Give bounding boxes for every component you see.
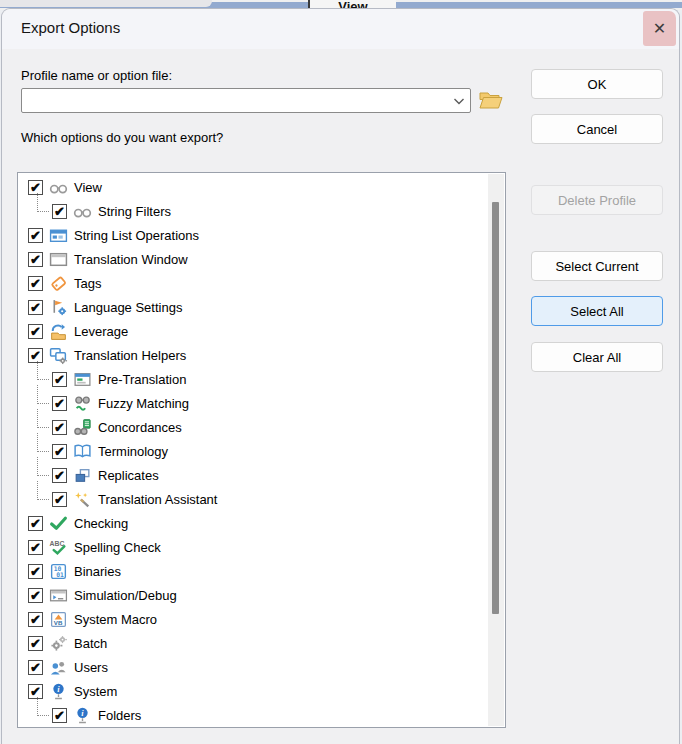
tree-item-label: String Filters	[98, 204, 171, 219]
browse-folder-button[interactable]	[477, 89, 504, 113]
tree-item[interactable]: ✔View	[18, 175, 488, 199]
concordances-icon	[72, 417, 92, 437]
tree-item-label: Checking	[74, 516, 128, 531]
window-icon	[48, 249, 68, 269]
checkbox[interactable]: ✔	[28, 636, 43, 651]
checkbox[interactable]: ✔	[28, 276, 43, 291]
tree-item[interactable]: ✔String Filters	[18, 199, 488, 223]
tree-item[interactable]: ✔Users	[18, 655, 488, 679]
chevron-down-icon[interactable]	[448, 89, 470, 112]
select-current-button[interactable]: Select Current	[531, 251, 663, 281]
scrollbar[interactable]	[488, 174, 504, 726]
open-folder-icon	[478, 99, 504, 114]
select-all-button[interactable]: Select All	[531, 296, 663, 326]
tree-item[interactable]: ✔Language Settings	[18, 295, 488, 319]
tree-item[interactable]: ✔Translation Helpers	[18, 343, 488, 367]
tree-item[interactable]: ✔Batch	[18, 631, 488, 655]
tree-item-label: Translation Assistant	[98, 492, 217, 507]
leverage-icon	[48, 321, 68, 341]
tree-item[interactable]: ✔iFolders	[18, 703, 488, 727]
profile-combobox[interactable]	[21, 88, 471, 113]
profile-combobox-input[interactable]	[22, 89, 448, 112]
users-icon	[48, 657, 68, 677]
string-list-icon	[48, 225, 68, 245]
cancel-button[interactable]: Cancel	[531, 114, 663, 144]
checkbox[interactable]: ✔	[28, 564, 43, 579]
tree-item-label: Tags	[74, 276, 101, 291]
clear-all-button[interactable]: Clear All	[531, 342, 663, 372]
checkbox[interactable]: ✔	[28, 612, 43, 627]
simulation-icon	[48, 585, 68, 605]
tree-item-label: Users	[74, 660, 108, 675]
tree-rows: ✔View✔String Filters✔String List Operati…	[18, 175, 488, 727]
checkbox[interactable]: ✔	[28, 540, 43, 555]
tree-item[interactable]: ✔Terminology	[18, 439, 488, 463]
tree-item-label: Terminology	[98, 444, 168, 459]
tree-item-label: Replicates	[98, 468, 159, 483]
tree-item[interactable]: ✔Leverage	[18, 319, 488, 343]
tree-item-label: Simulation/Debug	[74, 588, 177, 603]
tree-item[interactable]: ✔Translation Assistant	[18, 487, 488, 511]
system-info-icon: i	[48, 681, 68, 701]
tree-item[interactable]: ✔Concordances	[18, 415, 488, 439]
close-icon: ✕	[653, 19, 666, 38]
tree-item[interactable]: ✔Translation Window	[18, 247, 488, 271]
checkbox[interactable]: ✔	[28, 588, 43, 603]
spelling-icon: ABC	[48, 537, 68, 557]
replicates-icon	[72, 465, 92, 485]
checkbox[interactable]: ✔	[52, 372, 67, 387]
tree-item-label: System Macro	[74, 612, 157, 627]
tree-item-label: Batch	[74, 636, 107, 651]
checkbox[interactable]: ✔	[28, 516, 43, 531]
binaries-icon: 1001	[48, 561, 68, 581]
checkbox[interactable]: ✔	[52, 492, 67, 507]
tree-item-label: String List Operations	[74, 228, 199, 243]
tree-item[interactable]: ✔Simulation/Debug	[18, 583, 488, 607]
export-options-dialog: Export Options ✕ Profile name or option …	[1, 8, 680, 744]
scrollbar-thumb[interactable]	[492, 202, 499, 614]
dialog-titlebar: Export Options ✕	[2, 9, 679, 49]
tree-item[interactable]: ✔iSystem	[18, 679, 488, 703]
checkbox[interactable]: ✔	[52, 420, 67, 435]
tree-item-label: Translation Helpers	[74, 348, 186, 363]
pre-translation-icon	[72, 369, 92, 389]
checkbox[interactable]: ✔	[52, 444, 67, 459]
checkbox[interactable]: ✔	[28, 300, 43, 315]
tree-item-label: Translation Window	[74, 252, 188, 267]
tree-item-label: Fuzzy Matching	[98, 396, 189, 411]
checkbox[interactable]: ✔	[52, 708, 67, 723]
helpers-icon	[48, 345, 68, 365]
delete-profile-button[interactable]: Delete Profile	[531, 185, 663, 215]
checkbox[interactable]: ✔	[28, 324, 43, 339]
checkbox[interactable]: ✔	[52, 204, 67, 219]
checkbox[interactable]: ✔	[28, 660, 43, 675]
tree-item[interactable]: ✔1001Binaries	[18, 559, 488, 583]
fuzzy-matching-icon	[72, 393, 92, 413]
tree-item[interactable]: ✔String List Operations	[18, 223, 488, 247]
tree-item-label: Language Settings	[74, 300, 182, 315]
tree-item-label: Leverage	[74, 324, 128, 339]
tree-item[interactable]: ✔Checking	[18, 511, 488, 535]
tree-item[interactable]: ✔Replicates	[18, 463, 488, 487]
tree-item[interactable]: ✔Fuzzy Matching	[18, 391, 488, 415]
glasses-icon	[72, 201, 92, 221]
checkbox[interactable]: ✔	[52, 468, 67, 483]
tree-item[interactable]: ✔ABCSpelling Check	[18, 535, 488, 559]
ok-button[interactable]: OK	[531, 69, 663, 99]
tree-item-label: Pre-Translation	[98, 372, 186, 387]
system-info-icon: i	[72, 705, 92, 725]
checkbox[interactable]: ✔	[28, 252, 43, 267]
tree-item-label: Concordances	[98, 420, 182, 435]
tree-item[interactable]: ✔Pre-Translation	[18, 367, 488, 391]
checkbox[interactable]: ✔	[28, 228, 43, 243]
checkbox[interactable]: ✔	[52, 396, 67, 411]
profile-name-label: Profile name or option file:	[21, 68, 172, 83]
tree-item-label: Folders	[98, 708, 141, 723]
glasses-icon	[48, 177, 68, 197]
tree-view[interactable]: ✔View✔String Filters✔String List Operati…	[17, 172, 506, 728]
tree-connector	[28, 199, 52, 223]
tree-item[interactable]: ✔Tags	[18, 271, 488, 295]
close-button[interactable]: ✕	[643, 11, 676, 46]
assistant-icon	[72, 489, 92, 509]
tree-item[interactable]: ✔VBSystem Macro	[18, 607, 488, 631]
